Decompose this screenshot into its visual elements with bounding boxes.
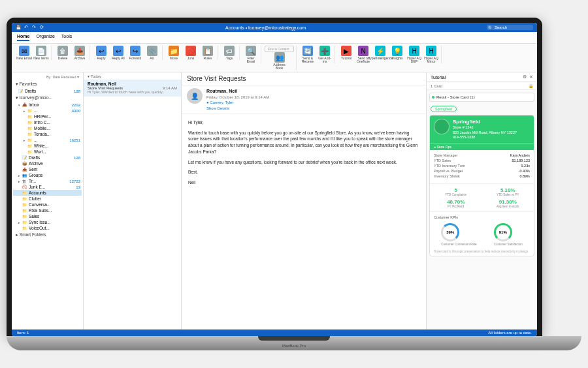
reply-icon: ↩: [96, 46, 106, 56]
ribbon-insights[interactable]: 💡Insights: [389, 46, 405, 63]
folder--[interactable]: ▸📁...16251: [13, 137, 82, 143]
ribbon-send-to-onenote[interactable]: NSend to OneNote: [355, 46, 371, 63]
folder-conversa-[interactable]: 📁Conversa...: [13, 202, 82, 207]
folder-accounts[interactable]: 📁Accounts: [13, 190, 82, 196]
folder-groups[interactable]: ▸👥Groups: [13, 172, 82, 178]
tree-section[interactable]: ▾ tconvey@micro...: [13, 94, 82, 102]
folder-sync-issu-[interactable]: ▸📁Sync Issu...: [13, 219, 82, 225]
send-to-onenote-icon: N: [358, 46, 368, 56]
search-input[interactable]: Search: [487, 25, 533, 30]
ribbon-move[interactable]: 📁Move: [166, 46, 182, 60]
find-contact-input[interactable]: Find a Contact: [265, 46, 294, 52]
new-email-icon: ✉: [19, 46, 29, 56]
store-ops-link[interactable]: ● Store Ops: [430, 143, 534, 150]
ribbon-archive[interactable]: 📥Archive: [72, 46, 88, 60]
folder-intro-c-[interactable]: 📁Intro C...: [13, 119, 82, 125]
message-body: Hi Tyler,Wanted to touch base with you q…: [182, 114, 426, 195]
hyper-aq-dep-icon: H: [409, 46, 419, 56]
ribbon-reply-all[interactable]: ↩Reply All: [110, 46, 126, 60]
folder-drafts[interactable]: 📝Drafts128: [13, 155, 82, 161]
ribbon-filter-email[interactable]: 🔍Filter Email: [243, 46, 259, 63]
folder-rss-subs-[interactable]: 📁RSS Subs...: [13, 207, 82, 213]
ribbon-forward[interactable]: ↪Forward: [127, 46, 143, 60]
ribbon-tags[interactable]: 🏷Tags: [221, 46, 237, 60]
folder-worl-[interactable]: 📁Worl...: [13, 149, 82, 155]
message-list: ▾ TodayRoutman, NeilStore Visit Requests…: [84, 72, 182, 330]
store-phone: 914-555-2338: [453, 135, 517, 140]
ribbon-tutorial[interactable]: ▶Tutorial: [338, 46, 354, 63]
menu-tab-organize[interactable]: Organize: [36, 34, 54, 41]
titlebar: 💾 ↶ ↷ ⟳ Accounts • tconvey@microstrategy…: [12, 23, 537, 32]
panel-settings-icon[interactable]: ⚙: [523, 74, 527, 80]
card-count: 1 Card: [431, 84, 442, 88]
sort-dropdown[interactable]: By: Date Received ▾: [46, 75, 79, 79]
send-receive-icon: 🔄: [302, 46, 313, 56]
ribbon-new-email[interactable]: ✉New Email: [16, 46, 32, 60]
junk-icon: 🚫: [186, 46, 196, 56]
folder-icon: 📝: [22, 155, 27, 160]
folder-inbox[interactable]: ▾📥Inbox2202: [13, 102, 82, 108]
metric-row: YTD Sales$1,189,123: [434, 158, 530, 163]
status-dot-icon: [432, 96, 434, 99]
status-bar: Item: 1 All folders are up to date.: [12, 330, 537, 336]
addin-panel: Tutorial ⚙ ✕ 1 Card 🔒 Retail - Store Car…: [426, 72, 537, 330]
ribbon-hyperintelligence[interactable]: ⚡HyperIntelligence: [372, 46, 388, 63]
ribbon-address-book[interactable]: 👥Address Book: [272, 52, 287, 70]
metric-row: Store ManagerKara Anders: [434, 153, 530, 158]
folder-icon: 📁: [27, 108, 33, 113]
folder-sales[interactable]: 📁Sales: [13, 213, 82, 219]
tree-section[interactable]: ▾ Favorites: [13, 80, 82, 88]
ribbon-hyper-aq-dep[interactable]: HHyper AQ DEP: [406, 46, 422, 63]
ribbon-new-items[interactable]: 📄New Items: [33, 46, 49, 60]
folder-drafts[interactable]: 📝Drafts128: [13, 88, 82, 94]
folder-white-[interactable]: 📁White...: [13, 143, 82, 149]
day-header[interactable]: ▾ Today: [84, 72, 181, 80]
address-book-icon: 👥: [274, 52, 285, 63]
store-chip[interactable]: Springfield: [431, 106, 457, 112]
folder-terada-[interactable]: 📁Terada...: [13, 131, 82, 137]
message-item[interactable]: Routman, NeilStore Visit Requests9:14 AM…: [84, 80, 181, 97]
folder-tr-[interactable]: ▸🗑Tr...12722: [13, 178, 82, 184]
laptop-label: MacBook Pro: [282, 344, 306, 348]
folder-icon: 📁: [27, 149, 33, 154]
folder-icon: 👥: [22, 173, 27, 177]
folder-icon: 📁: [27, 144, 33, 148]
show-details-link[interactable]: Show Details: [206, 106, 269, 111]
ribbon-get-add-ins[interactable]: ➕Get Add-ins: [317, 46, 333, 63]
folder-mobile-[interactable]: 📁Mobile...: [13, 125, 82, 131]
panel-close-icon[interactable]: ✕: [529, 74, 533, 80]
tree-section[interactable]: ▸ Smart Folders: [13, 231, 82, 239]
ribbon-junk[interactable]: 🚫Junk: [183, 46, 199, 60]
folder-icon: 🗑: [22, 179, 27, 183]
ribbon-hyper-aq-mirror[interactable]: HHyper AQ Mirror: [423, 46, 439, 63]
new-items-icon: 📄: [36, 46, 46, 56]
menu-tab-home[interactable]: Home: [17, 34, 29, 41]
card-category[interactable]: Retail - Store Card (1): [429, 93, 534, 102]
folder-clutter[interactable]: 📁Clutter: [13, 196, 82, 202]
menu-tab-tools[interactable]: Tools: [61, 34, 72, 41]
stat-cell: 5.10%YTD Sales vs PY: [482, 186, 534, 198]
insights-icon: 💡: [392, 46, 402, 56]
ribbon-att-[interactable]: 📎Att.: [144, 46, 160, 60]
folder-hr-per-[interactable]: 📁HR/Per...: [13, 114, 82, 119]
save-icon[interactable]: 💾: [16, 25, 21, 30]
folder-icon: 📁: [27, 120, 33, 125]
folder-junk-e-[interactable]: 🚫Junk E...13: [13, 184, 82, 190]
ribbon-send-receive[interactable]: 🔄Send & Receive: [300, 46, 316, 63]
refresh-icon[interactable]: ⟳: [39, 25, 44, 30]
ribbon-rules[interactable]: 📋Rules: [200, 46, 216, 60]
panel-title: Tutorial: [431, 75, 446, 80]
recipient-icon: ●: [206, 100, 209, 104]
folder-icon: 📁: [27, 126, 33, 130]
ribbon-reply[interactable]: ↩Reply: [93, 46, 109, 60]
folder-archive[interactable]: 📦Archive: [13, 161, 82, 166]
folder-voiceout-[interactable]: 📁VoiceOut...: [13, 225, 82, 231]
ribbon-delete[interactable]: 🗑Delete: [55, 46, 71, 60]
window-title: Accounts • tconvey@microstrategy.com: [44, 25, 487, 30]
folder--[interactable]: ▸📁...4300: [13, 108, 82, 114]
undo-icon[interactable]: ↶: [24, 25, 29, 30]
folder-sent[interactable]: 📤Sent: [13, 166, 82, 172]
folder-icon: 📁: [22, 220, 27, 224]
store-card: Springfield Store # 1342 820 Jacobs Mill…: [429, 115, 534, 256]
redo-icon[interactable]: ↷: [31, 25, 37, 30]
